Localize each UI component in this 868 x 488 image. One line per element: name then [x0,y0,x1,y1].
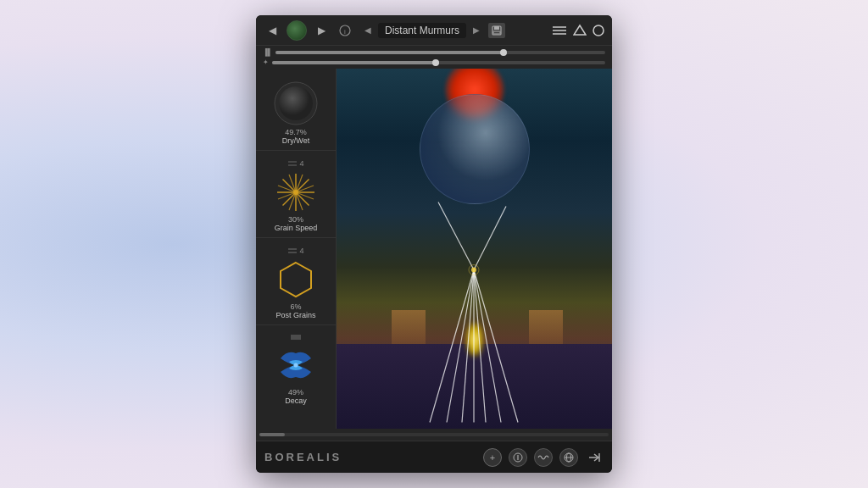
pan-slider-row: ✦ [263,58,605,66]
svg-point-29 [294,363,298,368]
preset-name: Distant Murmurs [378,23,466,38]
volume-icon: ▐▌ [263,48,272,56]
left-panel: 49.7% Dry/Wet 4 [256,69,337,429]
main-content: 49.7% Dry/Wet 4 [256,69,612,429]
dry-wet-value: 49.7% [285,128,307,136]
three-lines-icon [290,334,302,341]
info-icon: i [339,25,351,36]
post-grains-value: 6% [290,302,301,311]
link-icon [563,452,575,463]
grain-speed-label: Grain Speed [275,224,318,232]
decay-label: Decay [285,396,307,405]
post-grains-knob[interactable] [275,258,317,301]
grain-speed-value: 30% [288,215,303,224]
midi-button[interactable] [509,448,527,467]
svg-point-22 [293,190,298,195]
circle-icon [592,24,605,37]
add-button[interactable]: + [483,448,502,467]
visual-area [337,69,612,429]
equals-icon-2 [287,247,298,255]
bottom-right-icons: + [483,448,604,467]
svg-line-38 [474,207,506,270]
slider-row: ▐▌ ✦ [256,46,612,69]
grain-speed-num: 4 [299,159,303,168]
preset-prev-arrow[interactable]: ◀ [361,24,375,36]
volume-fill [275,51,506,54]
decay-section: 49% Decay [256,329,336,410]
menu-icon[interactable] [551,25,568,36]
wave-icon [537,453,549,462]
top-right-icons [551,24,605,37]
svg-point-11 [279,86,313,120]
volume-slider-track[interactable] [275,51,605,54]
svg-marker-25 [281,263,311,297]
preset-next-arrow[interactable]: ▶ [470,24,483,36]
play-button[interactable]: ▶ [312,21,331,40]
post-grains-section: 4 6% Post Grains [256,241,336,325]
post-grains-num: 4 [299,247,303,255]
top-bar: ◀ ▶ i ◀ Distant Murmurs ▶ [256,15,612,46]
pan-fill [272,61,439,64]
svg-line-31 [462,270,474,423]
decay-label-row [290,334,302,341]
svg-point-9 [593,25,604,36]
save-icon [491,25,503,36]
svg-line-37 [438,202,474,270]
post-grains-multiplier-row: 4 [287,247,303,255]
dry-wet-label: Dry/Wet [282,136,309,145]
svg-line-33 [474,270,486,423]
svg-line-35 [430,270,474,423]
link-button[interactable] [559,448,578,467]
wave-button[interactable] [534,448,553,467]
equals-icon [287,159,298,168]
grain-speed-section: 4 30% G [256,154,336,238]
pan-slider-track[interactable] [272,61,605,64]
pan-icon: ✦ [263,58,269,66]
scrollbar-thumb[interactable] [259,433,285,436]
volume-thumb[interactable] [500,49,507,56]
brand-name: BOREALIS [264,451,342,463]
svg-text:i: i [344,28,346,36]
svg-marker-8 [574,25,586,35]
grain-speed-knob[interactable] [275,171,317,214]
preset-nav: ◀ Distant Murmurs ▶ [361,23,483,38]
volume-slider-row: ▐▌ [263,48,605,56]
scrollbar-area [256,429,612,441]
pan-thumb[interactable] [432,59,439,66]
svg-rect-4 [493,31,500,34]
info-button[interactable]: i [336,21,354,40]
decay-knob[interactable] [275,344,317,386]
svg-line-34 [474,270,501,423]
svg-rect-3 [494,26,499,30]
svg-line-30 [447,270,474,423]
logo-icon [287,20,307,41]
dry-wet-section: 49.7% Dry/Wet [256,75,336,151]
plugin-window: ◀ ▶ i ◀ Distant Murmurs ▶ [256,15,612,473]
post-grains-label: Post Grains [275,311,315,319]
grain-speed-multiplier-row: 4 [287,159,303,168]
scrollbar-track[interactable] [259,433,609,436]
svg-line-36 [474,270,518,423]
decay-value: 49% [288,388,303,396]
svg-point-39 [471,268,476,273]
export-button[interactable] [585,448,604,467]
back-button[interactable]: ◀ [263,21,281,40]
export-icon [587,452,601,463]
strings-svg [337,69,612,429]
save-preset-button[interactable] [488,23,505,38]
midi-icon [513,452,523,463]
bottom-bar: BOREALIS + [256,441,612,473]
triangle-icon [573,24,587,37]
dry-wet-knob[interactable] [273,80,319,126]
